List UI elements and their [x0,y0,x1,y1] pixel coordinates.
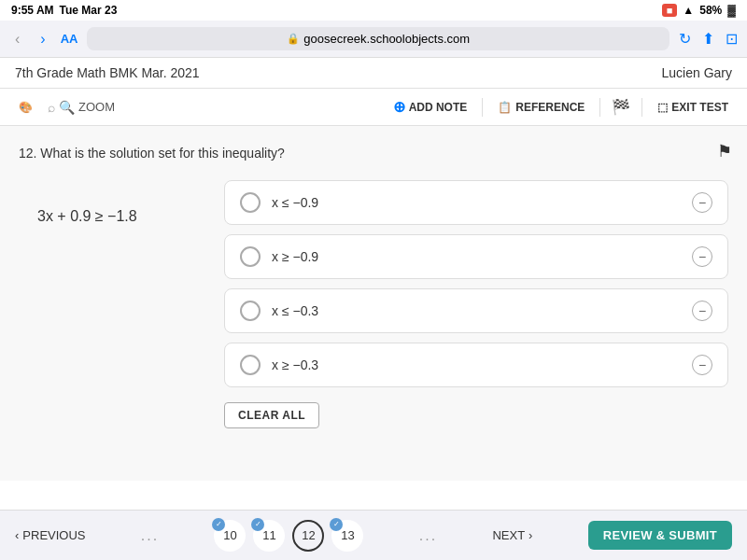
reference-label: REFERENCE [515,101,585,114]
battery-indicator: ■ [662,4,678,17]
battery-percent: 58% [699,4,722,17]
option-left-a: x ≤ −0.9 [240,192,318,213]
page-button-12[interactable]: 12 [292,520,324,552]
paint-button[interactable]: 🎨 [11,97,40,118]
wifi-icon: ▲ [683,4,694,17]
option-left-d: x ≥ −0.3 [240,355,318,375]
option-text-a: x ≤ −0.9 [272,195,318,210]
minus-button-c[interactable]: − [692,301,712,321]
zoom-search: ⌕ 🔍 [48,100,378,115]
minus-button-b[interactable]: − [692,246,712,267]
option-left-c: x ≤ −0.3 [240,301,318,321]
bookmark-icon: 🏁 [612,99,630,115]
magnify-icon: 🔍 [59,100,75,115]
radio-b [240,246,261,267]
status-left: 9:55 AM Tue Mar 23 [11,4,117,17]
url-bar[interactable]: 🔒 goosecreek.schoolobjects.com [87,27,669,50]
toolbar-right: ⊕ ADD NOTE 📋 REFERENCE 🏁 ⬚ EXIT TEST [386,94,736,119]
refresh-button[interactable]: ↻ [679,30,691,48]
share-button[interactable]: ⬆ [702,30,714,48]
question-left: 3x + 0.9 ≥ −1.8 [19,180,187,428]
radio-a [240,192,261,213]
exit-icon: ⬚ [657,101,668,114]
option-text-d: x ≥ −0.3 [272,357,318,372]
option-left-b: x ≥ −0.9 [240,246,318,267]
zoom-input[interactable] [78,100,235,114]
toolbar-divider-2 [599,98,600,117]
minus-button-a[interactable]: − [692,192,712,213]
exit-label: EXIT TEST [671,101,728,114]
browser-actions: ↻ ⬆ ⊡ [679,30,738,48]
url-text: goosecreek.schoolobjects.com [303,32,470,46]
minus-button-d[interactable]: − [692,355,712,375]
user-name: Lucien Gary [662,65,732,80]
answer-option-d[interactable]: x ≥ −0.3 − [224,343,728,387]
app-title: 7th Grade Math BMK Mar. 2021 [15,65,200,80]
check-badge-11: ✓ [251,518,264,531]
next-label: NEXT [492,528,525,542]
equation: 3x + 0.9 ≥ −1.8 [37,208,187,225]
app-header: 7th Grade Math BMK Mar. 2021 Lucien Gary [0,58,747,89]
aa-button[interactable]: AA [61,32,78,46]
review-submit-button[interactable]: REVIEW & SUBMIT [588,521,732,550]
question-content: 3x + 0.9 ≥ −1.8 x ≤ −0.9 − x ≥ −0.9 − x … [19,180,728,428]
flag-icon: ⚑ [717,142,732,161]
prev-icon: ‹ [15,528,19,542]
check-badge-13: ✓ [330,518,343,531]
question-area: ⚑ 12. What is the solution set for this … [0,126,747,481]
browser-back-button[interactable]: ‹ [9,29,25,49]
paint-icon: 🎨 [19,101,33,114]
answer-options: x ≤ −0.9 − x ≥ −0.9 − x ≤ −0.3 − x ≥ −0.… [224,180,728,428]
status-time: 9:55 AM [11,4,54,17]
toolbar-divider-1 [482,98,483,117]
dots-right: ... [419,527,437,544]
status-bar: 9:55 AM Tue Mar 23 ■ ▲ 58% ▓ [0,0,747,21]
next-icon: › [529,528,532,542]
status-day: Tue Mar 23 [60,4,118,17]
question-num-label: 12. [19,146,36,161]
exit-test-button[interactable]: ⬚ EXIT TEST [650,97,736,118]
status-right: ■ ▲ 58% ▓ [662,4,736,17]
answer-option-c[interactable]: x ≤ −0.3 − [224,288,728,333]
previous-button[interactable]: ‹ PREVIOUS [15,528,86,542]
review-label: REVIEW & SUBMIT [603,528,717,542]
page-button-13[interactable]: ✓13 [331,520,363,552]
add-note-label: ADD NOTE [409,101,468,114]
reference-button[interactable]: 📋 REFERENCE [490,97,592,118]
check-badge-10: ✓ [212,518,225,531]
page-numbers: ✓10✓1112✓13 [214,520,363,552]
toolbar-divider-3 [641,98,642,117]
reference-icon: 📋 [498,101,512,114]
option-text-b: x ≥ −0.9 [272,249,318,264]
bookmark-button[interactable]: 🏁 [608,94,634,119]
page-button-10[interactable]: ✓10 [214,520,246,552]
browser-bar: ‹ › AA 🔒 goosecreek.schoolobjects.com ↻ … [0,21,747,58]
add-note-icon: ⊕ [393,98,405,116]
question-header: 12. What is the solution set for this in… [19,145,728,161]
option-text-c: x ≤ −0.3 [272,303,318,318]
dots-left: ... [141,527,159,544]
flag-button[interactable]: ⚑ [717,141,732,161]
browser-forward-button[interactable]: › [35,29,50,49]
question-number: 12. What is the solution set for this in… [19,146,285,161]
answer-option-a[interactable]: x ≤ −0.9 − [224,180,728,225]
clear-all-button[interactable]: CLEAR ALL [224,402,319,428]
question-text: What is the solution set for this inequa… [40,146,284,161]
bottom-nav: ‹ PREVIOUS ... ✓10✓1112✓13 ... NEXT › RE… [0,510,747,560]
toolbar: 🎨 ⌕ 🔍 ⊕ ADD NOTE 📋 REFERENCE 🏁 ⬚ EXIT TE… [0,89,747,126]
lock-icon: 🔒 [287,33,300,45]
radio-c [240,301,261,321]
add-note-button[interactable]: ⊕ ADD NOTE [386,94,475,119]
bookmarks-button[interactable]: ⊡ [726,30,738,48]
page-button-11[interactable]: ✓11 [253,520,285,552]
battery-icon: ▓ [727,4,736,17]
search-icon: ⌕ [48,100,55,115]
previous-label: PREVIOUS [22,528,85,542]
answer-option-b[interactable]: x ≥ −0.9 − [224,234,728,279]
next-button[interactable]: NEXT › [492,528,532,542]
radio-d [240,355,261,375]
